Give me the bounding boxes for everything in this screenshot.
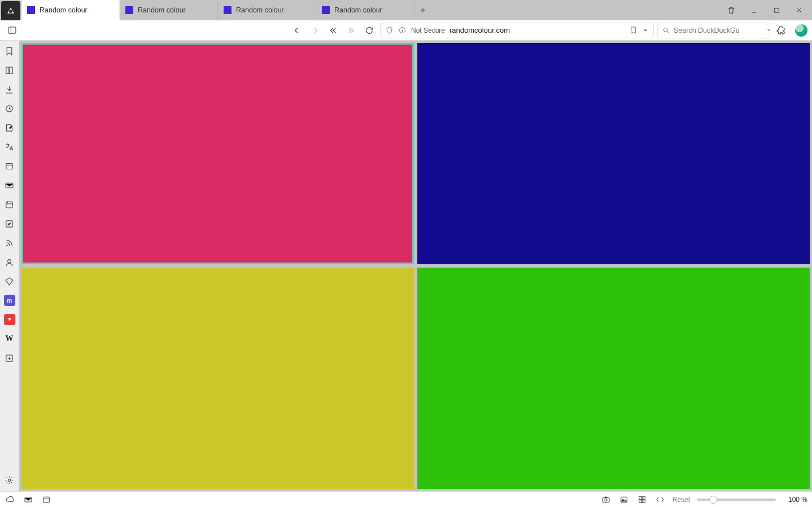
search-engine-dropdown-icon[interactable] (766, 27, 772, 33)
svg-rect-2 (8, 27, 16, 33)
tab-2[interactable]: Random colour (218, 0, 316, 20)
favicon-icon (27, 6, 35, 14)
svg-rect-8 (6, 202, 12, 208)
tab-strip: Random colour Random colour Random colou… (0, 0, 812, 20)
svg-rect-1 (774, 8, 779, 12)
minimize-button[interactable] (749, 5, 759, 15)
tasks-panel-icon[interactable] (4, 218, 15, 229)
svg-rect-21 (639, 500, 641, 502)
bookmark-dropdown-icon[interactable] (642, 27, 649, 34)
svg-point-13 (8, 479, 10, 481)
wikipedia-panel-icon[interactable]: W (4, 333, 15, 344)
reload-button[interactable] (362, 23, 377, 38)
bookmarks-icon[interactable] (4, 45, 15, 56)
svg-point-10 (6, 244, 8, 246)
feeds-panel-icon[interactable] (4, 237, 15, 248)
calendar-status-icon[interactable] (41, 494, 52, 505)
reading-list-icon[interactable] (4, 64, 15, 76)
url-input[interactable] (449, 26, 625, 34)
downloads-icon[interactable] (4, 84, 15, 95)
search-input[interactable] (674, 27, 762, 34)
translate-icon[interactable] (4, 141, 15, 152)
zoom-value: 100 % (783, 496, 807, 504)
history-icon[interactable] (4, 103, 15, 114)
rewind-button[interactable] (326, 23, 340, 38)
svg-point-0 (9, 10, 12, 13)
trash-tabs-button[interactable] (726, 5, 736, 15)
shield-icon (385, 26, 394, 34)
status-bar: Reset 100 % (0, 491, 812, 507)
window-panel-icon[interactable] (4, 160, 15, 172)
settings-icon[interactable] (4, 474, 15, 486)
favicon-icon (224, 6, 232, 14)
vivaldi-menu-button[interactable] (1, 1, 20, 21)
maximize-button[interactable] (771, 5, 782, 15)
extensions-button[interactable] (774, 23, 788, 38)
tab-title: Random colour (40, 6, 88, 14)
address-bar: Not Secure (0, 20, 812, 41)
svg-rect-22 (642, 500, 645, 502)
svg-point-17 (605, 499, 607, 501)
mail-status-icon[interactable] (23, 494, 34, 505)
tab-title: Random colour (236, 6, 284, 14)
panel-toggle-button[interactable] (5, 23, 19, 38)
add-panel-button[interactable] (4, 352, 15, 364)
search-icon (662, 27, 670, 34)
svg-rect-16 (603, 497, 609, 502)
calendar-panel-icon[interactable] (4, 199, 15, 210)
page-actions-icon[interactable] (654, 494, 666, 505)
tab-3[interactable]: Random colour (316, 0, 414, 20)
vivaldi-panel-icon[interactable] (4, 314, 15, 325)
sync-status-icon[interactable] (5, 494, 16, 505)
tile-top-left[interactable] (21, 43, 414, 264)
body-area: m W (0, 41, 812, 491)
tab-1[interactable]: Random colour (120, 0, 218, 20)
svg-rect-6 (6, 163, 12, 169)
fast-forward-button[interactable] (344, 23, 359, 38)
tab-0[interactable]: Random colour (21, 0, 120, 20)
security-label: Not Secure (411, 27, 445, 34)
info-icon[interactable] (398, 26, 407, 34)
capture-page-icon[interactable] (600, 494, 612, 505)
contacts-panel-icon[interactable] (4, 256, 15, 268)
zoom-slider[interactable] (697, 499, 776, 501)
mail-panel-icon[interactable] (4, 180, 15, 191)
window-controls (718, 0, 812, 20)
back-button[interactable] (290, 23, 304, 38)
new-tab-button[interactable] (414, 0, 431, 20)
images-toggle-icon[interactable] (618, 494, 630, 505)
url-box[interactable]: Not Secure (380, 23, 654, 38)
notes-icon[interactable] (4, 122, 15, 133)
favicon-icon (125, 6, 133, 14)
page-tiling-icon[interactable] (636, 494, 648, 505)
forward-button[interactable] (308, 23, 322, 38)
tab-title: Random colour (334, 6, 382, 14)
tile-top-right[interactable] (417, 43, 810, 264)
favicon-icon (322, 6, 330, 14)
tiled-content (19, 41, 812, 491)
svg-rect-20 (642, 496, 645, 499)
svg-point-4 (663, 28, 667, 32)
search-box[interactable] (657, 23, 770, 38)
tabstrip-spacer (431, 0, 718, 20)
profile-avatar[interactable] (795, 24, 807, 37)
side-panel: m W (0, 41, 19, 491)
close-window-button[interactable] (794, 5, 804, 15)
svg-point-11 (8, 259, 11, 263)
svg-rect-19 (639, 496, 641, 499)
zoom-reset-button[interactable]: Reset (673, 496, 690, 504)
zoom-slider-thumb[interactable] (709, 496, 717, 504)
tile-bottom-right[interactable] (417, 268, 810, 489)
bookmark-button[interactable] (629, 26, 638, 34)
sessions-panel-icon[interactable] (4, 276, 15, 287)
tab-title: Random colour (138, 6, 186, 14)
tile-bottom-left[interactable] (21, 268, 414, 489)
svg-rect-15 (43, 497, 50, 502)
mastodon-panel-icon[interactable]: m (4, 295, 15, 306)
browser-window: Random colour Random colour Random colou… (0, 0, 812, 507)
